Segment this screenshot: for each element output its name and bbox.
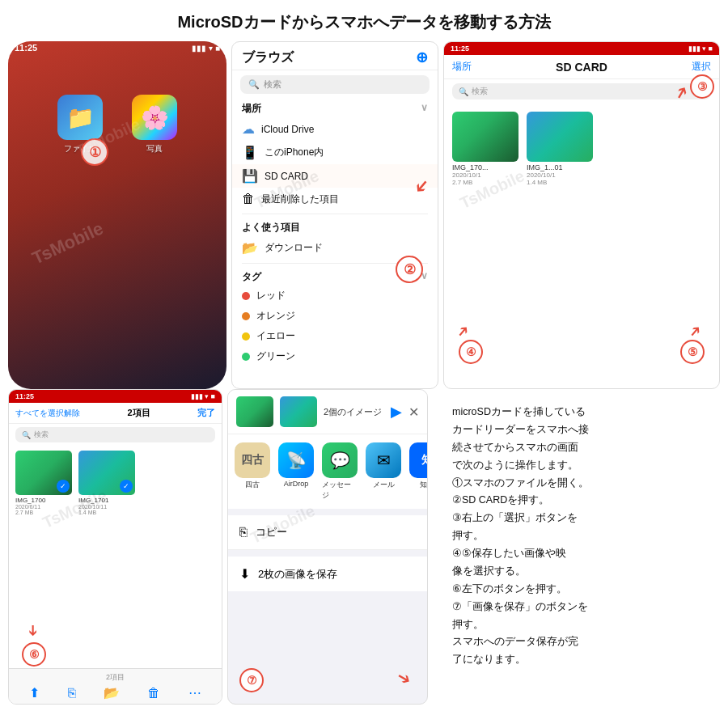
step6-circle: ⑥ bbox=[22, 642, 46, 667]
save-images-option[interactable]: ⬇ 2枚の画像を保存 bbox=[228, 557, 427, 591]
phone1-statusbar: 11:25 ▮▮▮ ▾ ■ bbox=[8, 41, 226, 54]
share-preview: 2個のイメージ ▶ ✕ bbox=[228, 390, 427, 434]
downloads-label: ダウンロード bbox=[265, 241, 323, 255]
share-preview-label: 2個のイメージ bbox=[324, 406, 384, 418]
sd-thumb1 bbox=[452, 112, 518, 162]
tag-green-dot bbox=[242, 353, 250, 361]
sd-statusbar: 11:25 ▮▮▮ ▾ ■ bbox=[444, 42, 719, 55]
sd-image2[interactable]: IMG_1...01 2020/10/1 1.4 MB bbox=[527, 112, 593, 186]
section-location-label: 場所 bbox=[242, 102, 261, 116]
copy-icon[interactable]: ⎘ bbox=[68, 686, 76, 700]
tag-orange-dot bbox=[242, 312, 250, 320]
share-app-zhihu[interactable]: 知 知乎 bbox=[409, 442, 427, 501]
files-search-box[interactable]: 🔍 検索 bbox=[240, 75, 430, 94]
page-title: MicroSDカードからスマホへデータを移動する方法 bbox=[0, 0, 728, 41]
files-header-icon: ⊕ bbox=[416, 49, 428, 66]
icloud-label: iCloud Drive bbox=[261, 124, 314, 135]
select-check1: ✓ bbox=[57, 480, 70, 493]
close-icon[interactable]: ✕ bbox=[408, 404, 419, 420]
step2-circle: ② bbox=[396, 256, 423, 283]
more-icon[interactable]: ⋯ bbox=[188, 685, 201, 700]
step5-circle: ⑤ bbox=[680, 340, 705, 364]
select-toolbar: すべてを選択解除 2項目 完了 bbox=[9, 403, 222, 424]
watermark1: TsMobile bbox=[29, 218, 107, 269]
tag-red-item[interactable]: レッド bbox=[232, 286, 438, 306]
copy-option-icon: ⎘ bbox=[239, 525, 248, 540]
mail-icon: ✉ bbox=[366, 442, 401, 478]
files-browse-panel: ブラウズ ⊕ 🔍 検索 場所 ∨ ☁ iCloud Drive 📱 このiPho… bbox=[231, 41, 438, 389]
on-iphone-item[interactable]: 📱 このiPhone内 bbox=[232, 141, 438, 164]
yongu-label: 四古 bbox=[245, 480, 260, 490]
sd-img2-date: 2020/10/1 bbox=[527, 171, 556, 179]
sd-back-btn[interactable]: 場所 bbox=[452, 60, 472, 74]
sd-img1-date: 2020/10/1 bbox=[452, 171, 481, 179]
step7-circle: ⑦ bbox=[239, 668, 264, 692]
yongu-icon: 四古 bbox=[235, 442, 270, 478]
delete-icon[interactable]: 🗑 bbox=[147, 686, 160, 700]
sd-img1-name: IMG_170... bbox=[452, 163, 489, 171]
save-option-label: 2枚の画像を保存 bbox=[258, 567, 337, 582]
mail-label: メール bbox=[373, 480, 395, 490]
share-app-mail[interactable]: ✉ メール bbox=[366, 442, 401, 501]
arrow-to-save: ➔ bbox=[393, 666, 415, 689]
iphone-icon: 📱 bbox=[242, 145, 258, 160]
share-app-airdrop[interactable]: 📡 AirDrop bbox=[278, 442, 314, 501]
share-icon[interactable]: ⬆ bbox=[29, 685, 40, 700]
share-app-messages[interactable]: 💬 メッセージ bbox=[322, 442, 358, 501]
phone1-panel: 11:25 ▮▮▮ ▾ ■ 📁 ファイル 🌸 写真 ① TsMobile TsM… bbox=[8, 41, 226, 389]
section-chevron: ∨ bbox=[421, 102, 428, 116]
photos-app-icon[interactable]: 🌸 写真 bbox=[132, 95, 177, 154]
select-statusbar: 11:25 ▮▮▮ ▾ ■ bbox=[9, 390, 222, 403]
instructions-panel: microSDカードを挿している カードリーダーをスマホへ接 続させてからスマホ… bbox=[433, 389, 720, 705]
sd-card-panel: 11:25 ▮▮▮ ▾ ■ 場所 SD CARD 選択 🔍 検索 IMG_170… bbox=[443, 41, 720, 389]
share-thumb2 bbox=[280, 396, 317, 427]
tag-red-label: レッド bbox=[256, 289, 286, 303]
files-header-title: ブラウズ bbox=[242, 49, 294, 66]
select-signal: ▮▮▮ ▾ ■ bbox=[191, 392, 215, 400]
select-search-icon: 🔍 bbox=[22, 431, 31, 439]
sd-img1-size: 2.7 MB bbox=[452, 179, 472, 186]
files-search-placeholder: 検索 bbox=[264, 78, 281, 91]
select-thumb2: ✓ bbox=[78, 451, 135, 495]
folder-icon[interactable]: 📂 bbox=[104, 685, 120, 700]
tag-yellow-label: イエロー bbox=[256, 329, 295, 343]
zhihu-label: 知乎 bbox=[420, 480, 427, 490]
share-divider1 bbox=[228, 509, 427, 515]
share-panel: 2個のイメージ ▶ ✕ 四古 四古 📡 AirDrop 💬 メッセージ ✉ メー… bbox=[227, 389, 428, 705]
select-img1-name: IMG_1700 bbox=[15, 497, 72, 504]
tag-yellow-item[interactable]: イエロー bbox=[232, 326, 438, 346]
share-thumb1 bbox=[236, 396, 273, 427]
tag-orange-label: オレンジ bbox=[256, 309, 295, 323]
step1-circle: ① bbox=[81, 138, 108, 166]
on-iphone-label: このiPhone内 bbox=[265, 146, 324, 159]
sd-card-item[interactable]: 💾 SD CARD bbox=[232, 164, 438, 188]
tag-orange-item[interactable]: オレンジ bbox=[232, 306, 438, 326]
select-search[interactable]: 🔍 検索 bbox=[15, 427, 215, 442]
select-check2: ✓ bbox=[120, 480, 133, 493]
sd-img2-size: 1.4 MB bbox=[527, 179, 547, 186]
instructions-text: microSDカードを挿している カードリーダーをスマホへ接 続させてからスマホ… bbox=[442, 396, 712, 677]
section-favorites-label: よく使う項目 bbox=[242, 221, 300, 235]
share-play-btn[interactable]: ▶ bbox=[391, 403, 402, 421]
sd-select-btn[interactable]: 選択 bbox=[692, 60, 711, 74]
section-favorites: よく使う項目 bbox=[232, 218, 438, 236]
sd-search-placeholder: 検索 bbox=[472, 86, 488, 97]
share-apps-row: 四古 四古 📡 AirDrop 💬 メッセージ ✉ メール 知 知乎 bbox=[228, 434, 427, 509]
sd-thumb2 bbox=[527, 112, 593, 162]
messages-label: メッセージ bbox=[322, 480, 358, 501]
tag-red-dot bbox=[242, 292, 250, 300]
sdcard-icon: 💾 bbox=[242, 168, 258, 184]
icloud-icon: ☁ bbox=[242, 121, 255, 137]
sd-images-container: IMG_170... 2020/10/1 2.7 MB IMG_1...01 2… bbox=[444, 104, 719, 194]
icloud-item[interactable]: ☁ iCloud Drive bbox=[232, 117, 438, 141]
sd-time: 11:25 bbox=[451, 44, 469, 53]
share-divider2 bbox=[228, 550, 427, 557]
section-location: 場所 ∨ bbox=[232, 99, 438, 117]
done-btn[interactable]: 完了 bbox=[197, 407, 215, 419]
tag-green-item[interactable]: グリーン bbox=[232, 346, 438, 366]
zhihu-icon: 知 bbox=[409, 442, 427, 478]
deselect-all-btn[interactable]: すべてを選択解除 bbox=[15, 408, 80, 419]
select-bottom-bar: 2項目 ⬆ ⎘ 📂 🗑 ⋯ bbox=[9, 668, 222, 704]
tag-green-label: グリーン bbox=[256, 349, 295, 363]
share-app-yongu[interactable]: 四古 四古 bbox=[235, 442, 270, 501]
